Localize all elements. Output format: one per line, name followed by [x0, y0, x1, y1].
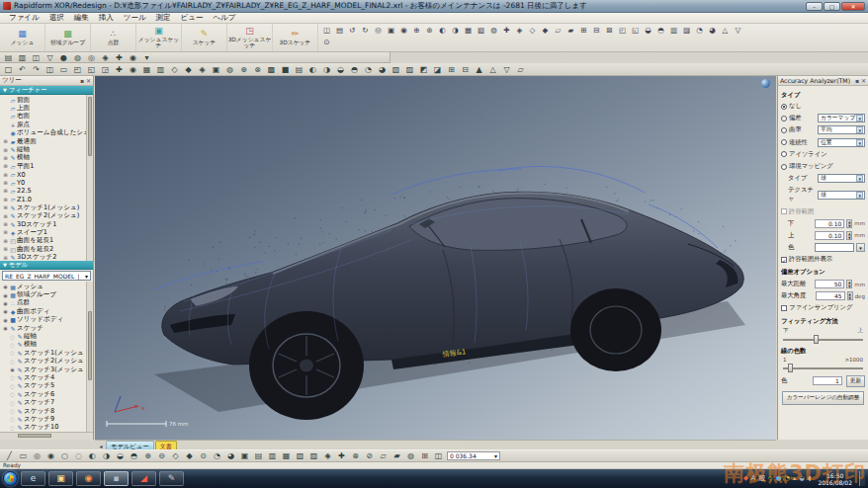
- tree-item[interactable]: ⊞ ▰ 最適面: [0, 137, 93, 145]
- max-angle-input[interactable]: 45: [816, 291, 845, 300]
- tree-item[interactable]: ◉ ■ ソリッドボディ: [0, 316, 93, 324]
- tree-item[interactable]: ⊞ ▱ 平面1: [0, 162, 93, 170]
- ribbon-small-icon[interactable]: ▤: [334, 26, 345, 36]
- toolbar-icon[interactable]: ○: [58, 450, 71, 461]
- toolbar-icon[interactable]: ⊘: [363, 450, 376, 461]
- toolbar-icon[interactable]: ▣: [210, 64, 222, 75]
- ribbon-small-icon[interactable]: ✚: [501, 26, 512, 36]
- toolbar-icon[interactable]: ◆: [183, 450, 196, 461]
- ribbon-tool-button[interactable]: ▩ 領域グループ: [45, 24, 91, 51]
- toolbar-icon[interactable]: ▱: [514, 64, 527, 75]
- menu-item[interactable]: ファイル: [4, 13, 44, 23]
- ribbon-tool-button[interactable]: ✎ スケッチ: [182, 24, 227, 51]
- toolbar-icon[interactable]: ⊟: [459, 64, 472, 75]
- radio-curvature[interactable]: [781, 127, 787, 133]
- toolbar-icon[interactable]: ◲: [99, 64, 112, 75]
- close-button[interactable]: ✕: [841, 2, 865, 11]
- tree-expand-icon[interactable]: ⊞: [2, 204, 9, 210]
- ribbon-tool-button[interactable]: ◳ 3Dメッシュスケッチ: [227, 24, 273, 51]
- toolbar-icon[interactable]: ◒: [334, 64, 347, 75]
- tree-visibility-icon[interactable]: ◉: [2, 300, 9, 306]
- toolbar-icon[interactable]: ◐: [306, 64, 319, 75]
- model-combo[interactable]: RE_EG_Z_HARF_MODEL_| ▾: [2, 271, 91, 281]
- ribbon-small-icon[interactable]: ◔: [694, 26, 705, 36]
- tree-visibility-icon[interactable]: ◌: [9, 416, 16, 422]
- tree-expand-icon[interactable]: ⊞: [2, 213, 9, 219]
- tree-expand-icon[interactable]: ⊞: [2, 155, 9, 161]
- tree-visibility-icon[interactable]: ◌: [9, 400, 16, 406]
- ribbon-small-icon[interactable]: ▱: [553, 26, 564, 36]
- tree-visibility-icon[interactable]: ◉: [2, 317, 9, 323]
- ribbon-small-icon[interactable]: ◱: [630, 26, 641, 36]
- ribbon-small-icon[interactable]: ◕: [707, 26, 718, 36]
- close-icon[interactable]: ✕: [86, 77, 91, 85]
- taskbar-app-button[interactable]: ▣: [48, 471, 73, 486]
- menu-item[interactable]: 挿入: [94, 13, 119, 23]
- menu-item[interactable]: 選択: [44, 13, 69, 23]
- toolbar-icon[interactable]: ▰: [391, 450, 403, 461]
- toolbar-icon[interactable]: ◰: [71, 64, 84, 75]
- minimize-button[interactable]: –: [806, 2, 823, 11]
- toolbar-icon[interactable]: ◈: [196, 64, 209, 75]
- tree-item[interactable]: ⊞ ▱ 22.5: [0, 187, 93, 195]
- ribbon-small-icon[interactable]: ⊟: [591, 26, 602, 36]
- continuity-select[interactable]: 位置▾: [818, 138, 865, 147]
- taskbar-app-button[interactable]: ▪: [104, 471, 129, 486]
- tray-icon[interactable]: ●: [776, 471, 782, 486]
- ribbon-small-icon[interactable]: ▽: [733, 26, 743, 36]
- texture-select[interactable]: 球▾: [818, 191, 865, 200]
- coordinate-readout[interactable]: 0 036.34 ▾: [447, 451, 500, 460]
- toolbar-icon[interactable]: ■: [279, 64, 292, 75]
- toolbar-icon[interactable]: ◉: [44, 450, 57, 461]
- toolbar-icon[interactable]: ▤: [252, 450, 265, 461]
- toolbar-icon[interactable]: ◓: [348, 64, 361, 75]
- menu-item[interactable]: 編集: [69, 13, 94, 23]
- ribbon-small-icon[interactable]: ▦: [463, 26, 474, 36]
- toolbar-icon[interactable]: ▾: [140, 52, 153, 63]
- toolbar-icon[interactable]: ◇: [168, 64, 181, 75]
- tree-visibility-icon[interactable]: ◌: [9, 359, 16, 365]
- tab-scroll-left-icon[interactable]: ◂: [97, 443, 105, 449]
- toolbar-icon[interactable]: ⊞: [418, 450, 431, 461]
- tree-visibility-icon[interactable]: ◌: [9, 425, 16, 431]
- tree-visibility-icon[interactable]: ◉: [2, 325, 9, 331]
- ribbon-tool-button[interactable]: ✏ 3Dスケッチ: [273, 24, 318, 51]
- ribbon-small-icon[interactable]: ▨: [681, 26, 692, 36]
- view-sphere-icon[interactable]: [761, 79, 770, 88]
- curvature-select[interactable]: 平均▾: [818, 125, 865, 134]
- close-icon[interactable]: ✕: [861, 77, 866, 85]
- color-count-input[interactable]: 1: [813, 376, 842, 385]
- ribbon-small-icon[interactable]: ◎: [373, 26, 384, 36]
- tray-icon[interactable]: 般: [758, 471, 765, 486]
- tab-document[interactable]: 文書: [155, 441, 178, 449]
- tree-item[interactable]: ▱ 前面: [0, 96, 93, 104]
- toolbar-icon[interactable]: ▤: [2, 52, 15, 63]
- toolbar-icon[interactable]: ◐: [86, 450, 99, 461]
- tree-item[interactable]: ⊞ ▱ X0: [0, 171, 93, 179]
- toolbar-icon[interactable]: ◍: [223, 64, 236, 75]
- tree-visibility-icon[interactable]: ◉: [2, 284, 9, 289]
- tree-visibility-icon[interactable]: ◉: [2, 292, 9, 298]
- tree-expand-icon[interactable]: ⊞: [2, 138, 9, 144]
- tree-expand-icon[interactable]: ⊞: [2, 238, 9, 244]
- toolbar-icon[interactable]: ▭: [57, 64, 70, 75]
- menu-item[interactable]: ビュー: [176, 13, 209, 23]
- tray-icon[interactable]: ◖: [808, 471, 811, 486]
- toolbar-icon[interactable]: ◔: [362, 64, 375, 75]
- tree-item[interactable]: ⊞ ✎ 横軸: [0, 154, 93, 162]
- radio-env-mapping[interactable]: [781, 164, 787, 170]
- tree-visibility-icon[interactable]: ◌: [9, 391, 16, 397]
- line-colors-slider[interactable]: [783, 364, 863, 372]
- toolbar-icon[interactable]: ⊞: [445, 64, 458, 75]
- taskbar-clock[interactable]: 16:50 2016/08/02: [814, 472, 856, 486]
- toolbar-icon[interactable]: ⊗: [251, 64, 264, 75]
- feature-tree-scrollbar[interactable]: [86, 95, 93, 261]
- ribbon-small-icon[interactable]: ◰: [617, 26, 628, 36]
- tree-visibility-icon[interactable]: ◌: [9, 342, 16, 348]
- toolbar-icon[interactable]: △: [486, 64, 499, 75]
- tree-visibility-icon[interactable]: ◉: [2, 308, 9, 314]
- ribbon-small-icon[interactable]: ⊞: [578, 26, 589, 36]
- toolbar-icon[interactable]: ▣: [238, 450, 251, 461]
- ribbon-small-icon[interactable]: ▰: [565, 26, 576, 36]
- toolbar-icon[interactable]: ▥: [266, 450, 279, 461]
